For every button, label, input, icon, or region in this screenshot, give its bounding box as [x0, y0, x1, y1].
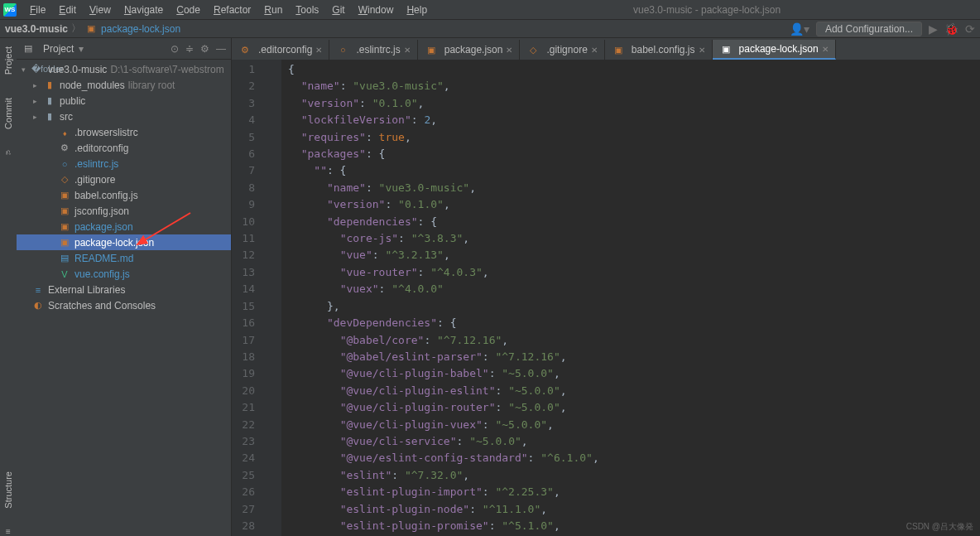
debug-icon[interactable]: 🐞 [944, 22, 958, 36]
code-line[interactable]: "devDependencies": { [288, 315, 980, 331]
expand-icon[interactable]: ▸ [33, 81, 43, 89]
menu-run[interactable]: Run [257, 4, 289, 16]
line-number[interactable]: 14 [232, 281, 255, 297]
close-icon[interactable]: ✕ [315, 46, 322, 55]
line-number[interactable]: 9 [232, 196, 255, 213]
tab-babel-config-js[interactable]: ▣babel.config.js✕ [605, 40, 713, 60]
code-line[interactable]: }, [288, 298, 980, 315]
code-line[interactable]: "vue-router": "^4.0.3", [288, 264, 980, 281]
code-line[interactable]: "": { [288, 162, 980, 179]
vcs-icon[interactable]: ⎌ [6, 147, 11, 157]
tree-item--eslintrc-js[interactable]: ○.eslintrc.js [17, 156, 231, 171]
hide-icon[interactable]: — [216, 43, 226, 55]
menu-code[interactable]: Code [170, 4, 207, 16]
menu-window[interactable]: Window [352, 4, 401, 16]
run-icon[interactable]: ▶ [929, 22, 938, 36]
code-line[interactable]: "@babel/core": "^7.12.16", [288, 332, 980, 349]
code-line[interactable]: "@vue/cli-service": "~5.0.0", [288, 433, 980, 450]
line-number[interactable]: 23 [232, 433, 255, 450]
code-line[interactable]: "vue": "^3.2.13", [288, 247, 980, 263]
code-line[interactable]: "core-js": "^3.8.3", [288, 230, 980, 247]
code-line[interactable]: "lockfileVersion": 2, [288, 112, 980, 128]
expand-all-icon[interactable]: ≑ [185, 43, 194, 55]
code-line[interactable]: "@babel/eslint-parser": "^7.12.16", [288, 349, 980, 365]
line-number[interactable]: 18 [232, 349, 255, 365]
close-icon[interactable]: ✕ [404, 46, 411, 55]
line-number[interactable]: 7 [232, 162, 255, 179]
fold-gutter[interactable] [262, 60, 281, 536]
line-number[interactable]: 16 [232, 315, 255, 331]
tree-item-public[interactable]: ▸▮public [17, 93, 231, 109]
code-line[interactable]: "eslint-plugin-import": "^2.25.3", [288, 484, 980, 500]
menu-help[interactable]: Help [400, 4, 434, 16]
line-number[interactable]: 11 [232, 230, 255, 247]
code-line[interactable]: "@vue/cli-plugin-vuex": "~5.0.0", [288, 417, 980, 433]
code-line[interactable]: "requires": true, [288, 129, 980, 146]
tree-item-package-lock-json[interactable]: ▣package-lock.json [17, 234, 231, 250]
menu-git[interactable]: Git [325, 4, 351, 16]
tree-item-vue-config-js[interactable]: Vvue.config.js [17, 266, 231, 282]
select-opened-icon[interactable]: ⊙ [171, 43, 179, 55]
code-line[interactable]: "vuex": "^4.0.0" [288, 281, 980, 297]
update-icon[interactable]: ⟳ [965, 22, 975, 36]
line-number[interactable]: 19 [232, 365, 255, 382]
tree-item-scratches-and-consoles[interactable]: ◐Scratches and Consoles [17, 297, 231, 313]
close-icon[interactable]: ✕ [699, 46, 705, 55]
code-line[interactable]: "@vue/cli-plugin-router": "~5.0.0", [288, 399, 980, 416]
line-number[interactable]: 15 [232, 298, 255, 315]
tool-tab-commit[interactable]: Commit [3, 93, 13, 134]
code-line[interactable]: "@vue/eslint-config-standard": "^6.1.0", [288, 450, 980, 466]
code-line[interactable]: "packages": { [288, 146, 980, 162]
gear-icon[interactable]: ⚙ [200, 43, 209, 55]
tab--gitignore[interactable]: ◇.gitignore✕ [520, 40, 604, 60]
breadcrumb-project[interactable]: vue3.0-music [5, 23, 68, 35]
add-configuration-button[interactable]: Add Configuration... [816, 22, 922, 36]
line-number[interactable]: 10 [232, 214, 255, 230]
expand-icon[interactable]: ▸ [33, 97, 43, 105]
line-number[interactable]: 6 [232, 146, 255, 162]
code-line[interactable]: "eslint-plugin-node": "^11.1.0", [288, 501, 980, 518]
code-line[interactable]: { [288, 61, 980, 78]
project-tree[interactable]: ▾�foldervue3.0-musicD:\1-software\7-webs… [17, 60, 231, 536]
code-line[interactable]: "@vue/cli-plugin-eslint": "~5.0.0", [288, 383, 980, 399]
tree-item-babel-config-js[interactable]: ▣babel.config.js [17, 187, 231, 203]
tree-item--browserslistrc[interactable]: ⬧.browserslistrc [17, 124, 231, 140]
menu-view[interactable]: View [83, 4, 118, 16]
expand-icon[interactable]: ▸ [33, 113, 43, 121]
expand-icon[interactable]: ▾ [22, 65, 31, 74]
code-line[interactable]: "version": "0.1.0", [288, 95, 980, 112]
code-line[interactable]: "name": "vue3.0-music", [288, 180, 980, 196]
tree-item--editorconfig[interactable]: ⚙.editorconfig [17, 140, 231, 156]
line-number[interactable]: 25 [232, 467, 255, 484]
line-number[interactable]: 3 [232, 95, 255, 112]
breadcrumb-file[interactable]: package-lock.json [101, 23, 180, 35]
avatar-icon[interactable]: 👤▾ [790, 22, 809, 36]
menu-tools[interactable]: Tools [289, 4, 325, 16]
line-number[interactable]: 21 [232, 399, 255, 416]
tab-package-lock-json[interactable]: ▣package-lock.json✕ [713, 40, 836, 60]
menu-navigate[interactable]: Navigate [118, 4, 170, 16]
close-icon[interactable]: ✕ [591, 46, 598, 55]
line-number[interactable]: 20 [232, 383, 255, 399]
line-number[interactable]: 24 [232, 450, 255, 466]
line-number[interactable]: 22 [232, 417, 255, 433]
tab--editorconfig[interactable]: ⚙.editorconfig✕ [232, 40, 329, 60]
tree-item-package-json[interactable]: ▣package.json [17, 219, 231, 234]
code-line[interactable]: "eslint": "^7.32.0", [288, 467, 980, 484]
tool-tab-structure[interactable]: Structure [3, 466, 13, 514]
line-number[interactable]: 4 [232, 112, 255, 128]
tree-item-readme-md[interactable]: ▤README.md [17, 250, 231, 266]
close-icon[interactable]: ✕ [506, 46, 512, 55]
tree-item--gitignore[interactable]: ◇.gitignore [17, 171, 231, 187]
line-number[interactable]: 26 [232, 484, 255, 500]
line-number[interactable]: 12 [232, 247, 255, 263]
code-line[interactable]: "eslint-plugin-promise": "^5.1.0", [288, 518, 980, 534]
menu-refactor[interactable]: Refactor [207, 4, 257, 16]
tree-item-jsconfig-json[interactable]: ▣jsconfig.json [17, 203, 231, 219]
tool-tab-project[interactable]: Project [3, 41, 13, 80]
menu-edit[interactable]: Edit [52, 4, 83, 16]
line-number[interactable]: 1 [232, 61, 255, 78]
line-number[interactable]: 27 [232, 501, 255, 518]
line-number[interactable]: 5 [232, 129, 255, 146]
code-line[interactable]: "dependencies": { [288, 214, 980, 230]
